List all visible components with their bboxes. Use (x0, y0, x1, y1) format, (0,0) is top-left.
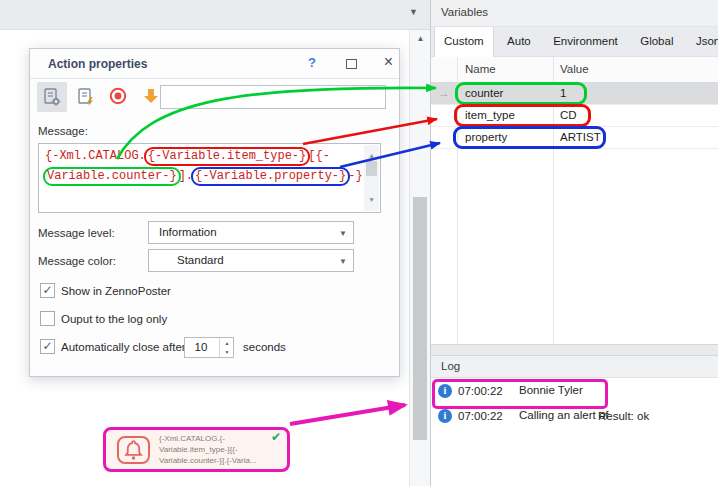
log-panel-title: Log (431, 356, 718, 378)
variable-name: counter (465, 87, 503, 99)
variables-table-header: Name Value (431, 57, 718, 83)
output-log-only-label: Ouput to the log only (61, 313, 167, 325)
message-color-value: Standard (177, 254, 224, 266)
tab-auto[interactable]: Auto (498, 27, 540, 57)
log-message: Calling an alert of (519, 409, 609, 421)
show-in-zennoposter-checkbox[interactable]: ✓ (40, 283, 55, 298)
dialog-title: Action properties (48, 57, 147, 71)
toolbar-search-input[interactable] (160, 85, 386, 109)
action-properties-dialog: Action properties ? × (29, 48, 400, 377)
annotation-box-log-entry (432, 379, 608, 409)
dialog-toolbar (30, 79, 399, 115)
tab-json[interactable]: Json (687, 27, 718, 57)
right-panel: Variables Custom Auto Environment Global… (430, 0, 718, 486)
table-row-counter[interactable]: → counter 1 (431, 83, 718, 105)
chevron-down-icon: ▼ (339, 257, 347, 266)
alert-action-node[interactable]: {-Xml.CATALOG.{- Variable.item_type-}[{-… (103, 427, 290, 472)
variables-tab-bar: Custom Auto Environment Global Json Xml (431, 27, 718, 57)
seconds-suffix-label: seconds (243, 341, 286, 353)
auto-close-checkbox[interactable]: ✓ (40, 339, 55, 354)
scrollbar-thumb[interactable] (366, 161, 377, 176)
stepper-down-icon[interactable]: ▼ (220, 349, 234, 355)
message-level-value: Information (159, 226, 217, 238)
help-icon[interactable]: ? (308, 55, 316, 70)
action-code-button[interactable] (71, 82, 101, 112)
current-row-indicator-icon: → (438, 86, 450, 100)
log-result: Result: ok (598, 410, 649, 422)
record-icon (109, 87, 127, 105)
scroll-up-icon[interactable]: ▲ (410, 34, 431, 43)
annotation-oval-property: {-Variable.property-} (191, 167, 350, 186)
annotation-oval-counter: Variable.counter-} (43, 167, 181, 186)
node-text-line: {-Xml.CATALOG.{- (159, 433, 279, 444)
maximize-icon[interactable] (346, 59, 357, 69)
tab-global[interactable]: Global (631, 27, 682, 57)
column-header-value[interactable]: Value (560, 63, 589, 75)
stepper-buttons: ▲ ▼ (219, 338, 233, 357)
log-time: 07:00:22 (458, 410, 503, 422)
message-textarea[interactable]: {-Xml.CATALOG.{-Variable.item_type-}[{- … (38, 143, 381, 213)
variable-name: property (465, 131, 507, 143)
variable-value: ARTIST (560, 131, 601, 143)
table-row-property[interactable]: property ARTIST (431, 127, 718, 149)
variable-name: item_type (465, 109, 515, 121)
message-line-2: Variable.counter-}].{-Variable.property-… (45, 167, 360, 187)
message-color-dropdown[interactable]: Standard ▼ (148, 249, 354, 272)
message-level-dropdown[interactable]: Information ▼ (148, 221, 354, 244)
magenta-arrow (290, 405, 405, 424)
message-color-label: Message color: (38, 255, 116, 267)
variable-value: CD (560, 109, 577, 121)
action-settings-button[interactable] (37, 82, 67, 112)
record-button[interactable] (103, 82, 133, 112)
textarea-scrollbar[interactable]: ▲ ▼ (364, 145, 379, 211)
stepper-up-icon[interactable]: ▲ (220, 340, 234, 346)
annotation-oval-item-type: {-Variable.item_type-} (144, 147, 310, 166)
info-icon: i (438, 409, 452, 423)
tab-environment[interactable]: Environment (544, 27, 627, 57)
auto-close-seconds-stepper[interactable]: 10 ▲ ▼ (184, 337, 234, 358)
close-icon[interactable]: × (384, 53, 393, 71)
document-flash-icon (76, 87, 96, 107)
arrow-down-icon (142, 87, 160, 105)
seconds-value: 10 (185, 341, 217, 353)
message-line-1: {-Xml.CATALOG.{-Variable.item_type-}[{- (45, 147, 360, 167)
variable-value: 1 (560, 87, 566, 99)
node-text-line: Variable.item_type-}[{- (159, 444, 279, 455)
document-gear-icon (42, 87, 62, 107)
column-header-name[interactable]: Name (465, 63, 496, 75)
chevron-down-icon: ▼ (339, 229, 347, 238)
zennoposter-window: ▼ ▲ Variables Custom Auto Environment Gl… (0, 0, 718, 486)
workspace-toolbar: ▼ (0, 0, 430, 30)
success-check-icon: ✔ (271, 430, 281, 444)
table-row-item-type[interactable]: item_type CD (431, 105, 718, 127)
scrollbar-thumb[interactable] (413, 197, 427, 440)
message-label: Message: (38, 125, 88, 137)
chevron-down-icon[interactable]: ▼ (409, 7, 418, 17)
workspace-scrollbar[interactable]: ▲ (409, 30, 430, 486)
tab-custom[interactable]: Custom (434, 27, 494, 57)
dialog-titlebar[interactable]: Action properties ? × (30, 49, 399, 79)
show-in-zennoposter-label: Show in ZennoPoster (61, 285, 171, 297)
auto-close-label: Automatically close after (61, 341, 186, 353)
variables-panel-title: Variables (431, 0, 718, 27)
node-text-line: Variable.counter-}].{-Varia... (159, 455, 279, 466)
scroll-down-icon[interactable]: ▼ (364, 191, 379, 209)
output-log-only-checkbox[interactable] (40, 311, 55, 326)
message-level-label: Message level: (38, 227, 115, 239)
panel-splitter[interactable] (431, 344, 718, 356)
bell-icon (117, 436, 150, 464)
